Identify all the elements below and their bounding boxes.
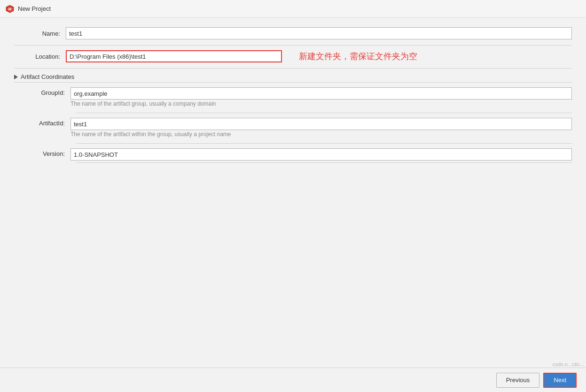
next-button[interactable]: Next bbox=[543, 373, 577, 388]
groupid-hint: The name of the artifact group, usually … bbox=[70, 100, 572, 107]
watermark: csdn.n...ctic... bbox=[551, 361, 586, 368]
artifactid-label: ArtifactId: bbox=[19, 118, 70, 127]
location-label: Location: bbox=[14, 53, 66, 60]
location-annotation: 新建文件夹，需保证文件夹为空 bbox=[299, 51, 417, 62]
artifactid-hint: The name of the artifact within the grou… bbox=[70, 131, 572, 138]
separator-location bbox=[14, 68, 572, 69]
previous-button[interactable]: Previous bbox=[496, 373, 540, 388]
app-icon: M bbox=[6, 5, 14, 13]
artifactid-input[interactable] bbox=[70, 118, 572, 130]
expand-icon[interactable] bbox=[14, 75, 18, 79]
groupid-row: GroupId: The name of the artifact group,… bbox=[19, 87, 572, 111]
groupid-input[interactable] bbox=[70, 87, 572, 100]
groupid-label: GroupId: bbox=[19, 87, 70, 96]
version-row: Version: bbox=[19, 148, 572, 161]
artifact-section-title: Artifact Coordinates bbox=[21, 73, 74, 80]
name-input[interactable] bbox=[66, 27, 572, 39]
name-row: Name: bbox=[14, 27, 572, 39]
separator-version bbox=[76, 162, 572, 163]
dialog-content: Name: Location: 新建文件夹，需保证文件夹为空 Artifact … bbox=[0, 18, 586, 392]
separator-name bbox=[14, 45, 572, 46]
groupid-field-group: The name of the artifact group, usually … bbox=[70, 87, 572, 111]
separator-artifactid bbox=[76, 143, 572, 144]
bottom-bar: Previous Next bbox=[0, 368, 586, 392]
title-bar: M New Project bbox=[0, 0, 586, 18]
location-row: Location: 新建文件夹，需保证文件夹为空 bbox=[14, 50, 572, 62]
name-label: Name: bbox=[14, 30, 66, 37]
version-label: Version: bbox=[19, 148, 70, 157]
location-input-wrapper: 新建文件夹，需保证文件夹为空 bbox=[66, 50, 572, 62]
location-input[interactable] bbox=[66, 50, 282, 62]
artifact-section-header: Artifact Coordinates bbox=[14, 73, 572, 83]
artifactid-row: ArtifactId: The name of the artifact wit… bbox=[19, 118, 572, 141]
svg-text:M: M bbox=[8, 7, 12, 11]
version-input[interactable] bbox=[70, 148, 572, 161]
artifactid-field-group: The name of the artifact within the grou… bbox=[70, 118, 572, 141]
separator-groupid bbox=[76, 113, 572, 113]
version-field-group bbox=[70, 148, 572, 161]
artifact-section: GroupId: The name of the artifact group,… bbox=[19, 87, 572, 163]
dialog-title: New Project bbox=[18, 5, 51, 12]
